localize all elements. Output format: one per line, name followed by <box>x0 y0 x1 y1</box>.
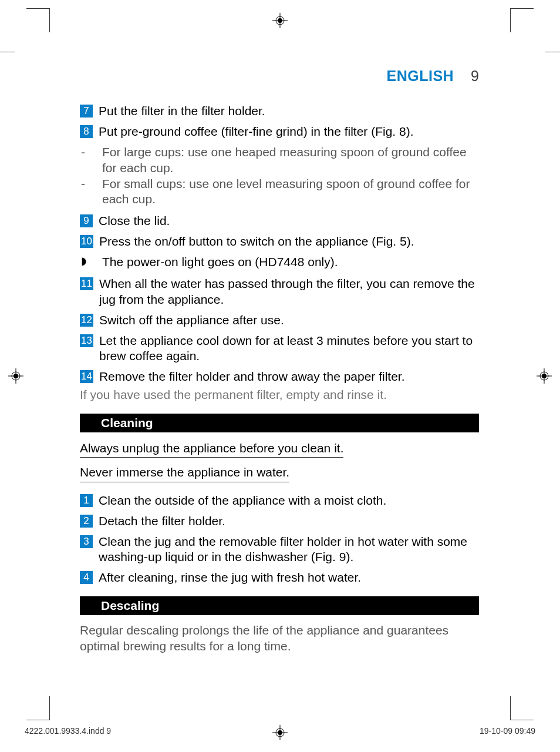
print-footer: 4222.001.9933.4.indd 9 19-10-09 09:49 <box>25 726 535 736</box>
step-text: Remove the filter holder and throw away … <box>99 369 479 385</box>
step-text: Press the on/off button to switch on the… <box>99 234 479 250</box>
crop-mark <box>49 9 57 32</box>
page-content: ENGLISH 9 7Put the filter in the filter … <box>80 68 479 654</box>
step-text: Clean the outside of the appliance with … <box>99 493 479 509</box>
dash-icon: - <box>80 145 102 176</box>
step: 8Put pre-ground coffee (filter-fine grin… <box>80 124 479 140</box>
registration-mark-icon <box>272 13 288 28</box>
step-number: 10 <box>80 235 93 248</box>
footer-date: 19-10-09 09:49 <box>480 726 535 736</box>
step-text: Put the filter in the filter holder. <box>99 103 479 119</box>
step-number: 12 <box>80 314 93 327</box>
page-number: 9 <box>471 68 479 84</box>
descaling-text: Regular descaling prolongs the life of t… <box>80 622 479 654</box>
section-heading-descaling: Descaling <box>80 596 479 615</box>
step-text: When all the water has passed through th… <box>99 276 479 308</box>
result-note-text: The power-on light goes on (HD7448 only)… <box>102 254 479 270</box>
sublist-text: For large cups: use one heaped measuring… <box>102 145 479 176</box>
step: 3Clean the jug and the removable filter … <box>80 534 479 566</box>
note-after-step-14: If you have used the permanent filter, e… <box>80 387 479 403</box>
step: 13Let the appliance cool down for at lea… <box>80 333 479 365</box>
step-text: Let the appliance cool down for at least… <box>99 333 479 365</box>
step-text: Clean the jug and the removable filter h… <box>99 534 479 566</box>
step-text: Close the lid. <box>99 213 479 229</box>
step: 14Remove the filter holder and throw awa… <box>80 369 479 385</box>
step-text: Detach the filter holder. <box>99 513 479 529</box>
section-heading-cleaning: Cleaning <box>80 414 479 432</box>
step-number: 1 <box>80 494 93 507</box>
step: 7Put the filter in the filter holder. <box>80 103 479 119</box>
page-header: ENGLISH 9 <box>80 68 479 85</box>
cleaning-warning-1: Always unplug the appliance before you c… <box>80 439 343 458</box>
step-text: Switch off the appliance after use. <box>99 313 479 328</box>
sublist-item: -For large cups: use one heaped measurin… <box>80 145 479 176</box>
step: 1Clean the outside of the appliance with… <box>80 493 479 509</box>
dash-icon: - <box>80 176 102 208</box>
cleaning-warning-2: Never immerse the appliance in water. <box>80 464 289 482</box>
step: 10Press the on/off button to switch on t… <box>80 234 479 250</box>
footer-file: 4222.001.9933.4.indd 9 <box>25 726 111 736</box>
step-number: 4 <box>80 571 93 584</box>
step: 11When all the water has passed through … <box>80 276 479 308</box>
step: 9Close the lid. <box>80 213 479 229</box>
step-number: 14 <box>80 370 93 383</box>
step-number: 2 <box>80 515 93 528</box>
step-number: 11 <box>80 277 93 290</box>
crop-mark <box>503 9 511 32</box>
step: 2Detach the filter holder. <box>80 513 479 529</box>
step-8-sublist: -For large cups: use one heaped measurin… <box>80 145 479 208</box>
sublist-item: -For small cups: use one level measuring… <box>80 176 479 208</box>
crop-mark <box>503 696 511 720</box>
registration-mark-icon <box>8 368 23 384</box>
result-note: ◗ The power-on light goes on (HD7448 onl… <box>80 254 479 270</box>
crop-tick <box>0 52 15 52</box>
crop-mark <box>49 696 57 720</box>
step-text: After cleaning, rinse the jug with fresh… <box>99 570 479 586</box>
step-number: 7 <box>80 105 93 118</box>
registration-mark-icon <box>537 368 552 384</box>
sublist-text: For small cups: use one level measuring … <box>102 176 479 208</box>
step-number: 13 <box>80 334 93 347</box>
step: 12Switch off the appliance after use. <box>80 313 479 328</box>
step: 4After cleaning, rinse the jug with fres… <box>80 570 479 586</box>
step-number: 8 <box>80 125 93 138</box>
arrow-icon: ◗ <box>80 254 102 270</box>
step-text: Put pre-ground coffee (filter-fine grind… <box>99 124 479 140</box>
language-label: ENGLISH <box>387 68 454 84</box>
step-number: 3 <box>80 535 93 548</box>
step-number: 9 <box>80 214 93 227</box>
crop-tick <box>545 52 560 52</box>
